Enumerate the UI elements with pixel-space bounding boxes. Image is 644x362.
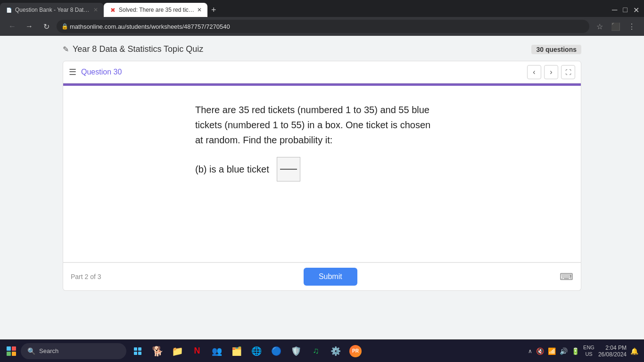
address-bar-wrap: 🔒	[57, 20, 589, 33]
tab-bar: 📄 Question Bank - Year 8 Data & ✕ ✖ Solv…	[0, 0, 644, 17]
extensions-icon[interactable]: ⬛	[609, 20, 622, 33]
tb-app-files[interactable]: 📁	[168, 342, 187, 361]
notification-icon[interactable]: 🔔	[630, 347, 638, 355]
network-icon[interactable]: 🔇	[536, 347, 544, 355]
windows-icon	[7, 346, 16, 356]
tab-favicon-2: ✖	[109, 7, 116, 13]
question-part: (b) is a blue ticket	[195, 157, 553, 181]
taskbar-apps: 🐕 📁 N 👥 🗂️ 🌐 🔵 🛡️ ♫ ⚙️ PR	[128, 342, 365, 361]
tb-app-avatar[interactable]: PR	[346, 342, 365, 361]
quiz-title-area: ✎ Year 8 Data & Statistics Topic Quiz	[63, 44, 203, 54]
question-body: There are 35 red tickets (numbered 1 to …	[63, 83, 581, 263]
address-bar-actions: ☆ ⬛ ⋮	[593, 20, 638, 33]
maximize-icon[interactable]: □	[623, 6, 627, 15]
reload-button[interactable]: ↻	[40, 20, 53, 33]
progress-bar	[63, 83, 581, 86]
part-info: Part 2 of 3	[71, 273, 101, 280]
tab-solved[interactable]: ✖ Solved: There are 35 red tickets ✕	[104, 3, 207, 17]
start-button[interactable]	[2, 342, 21, 361]
bottom-bar: Part 2 of 3 Submit ⌨	[63, 263, 581, 291]
forward-button[interactable]: →	[23, 20, 36, 33]
tb-app-chrome[interactable]: 🔵	[267, 342, 286, 361]
page-content: ✎ Year 8 Data & Statistics Topic Quiz 30…	[0, 36, 644, 339]
fraction-line	[280, 169, 297, 170]
tb-app-dog[interactable]: 🐕	[148, 342, 167, 361]
q-nav-right: ‹ › ⛶	[527, 65, 575, 79]
question-nav-bar: ☰ Question 30 ‹ › ⛶	[63, 61, 581, 83]
fraction-numerator[interactable]	[280, 158, 297, 168]
quiz-title: Year 8 Data & Statistics Topic Quiz	[73, 44, 203, 54]
wifi-icon[interactable]: 📶	[548, 347, 556, 355]
search-icon: 🔍	[27, 347, 35, 355]
tb-app-teams[interactable]: 👥	[207, 342, 226, 361]
tab-favicon-1: 📄	[6, 7, 12, 13]
question-count-number: 30	[536, 46, 544, 53]
tb-app-chrome2[interactable]: ⚙️	[326, 342, 345, 361]
menu-icon[interactable]: ⋮	[625, 20, 638, 33]
svg-rect-2	[134, 352, 137, 355]
tb-app-netflix[interactable]: N	[188, 342, 206, 361]
edit-icon: ✎	[63, 45, 69, 54]
taskbar: 🔍 Search 🐕 📁 N 👥 🗂️ 🌐 🔵 🛡️	[0, 339, 644, 362]
tb-app-spotify[interactable]: ♫	[306, 342, 325, 361]
language-indicator[interactable]: ENG US	[583, 345, 594, 357]
quiz-container: ✎ Year 8 Data & Statistics Topic Quiz 30…	[53, 36, 591, 296]
clock[interactable]: 2:04 PM 26/08/2024	[598, 345, 627, 358]
svg-rect-3	[138, 352, 141, 355]
tb-app-folder[interactable]: 🗂️	[227, 342, 246, 361]
back-button[interactable]: ←	[6, 20, 19, 33]
hamburger-icon[interactable]: ☰	[69, 67, 76, 77]
minimize-icon[interactable]: ─	[612, 6, 617, 15]
browser-chrome: 📄 Question Bank - Year 8 Data & ✕ ✖ Solv…	[0, 0, 644, 36]
battery-icon[interactable]: 🔋	[571, 347, 579, 355]
taskbar-right: ∧ 🔇 📶 🔊 🔋 ENG US 2:04 PM 26/08/2024 🔔	[528, 345, 642, 358]
clock-date: 26/08/2024	[598, 351, 627, 358]
keyboard-icon[interactable]: ⌨	[560, 271, 573, 282]
quiz-header: ✎ Year 8 Data & Statistics Topic Quiz 30…	[63, 41, 581, 58]
tab-title-1: Question Bank - Year 8 Data &	[15, 7, 91, 13]
fraction-denominator[interactable]	[280, 171, 297, 180]
question-label: Question 30	[81, 68, 122, 76]
questions-label: questions	[545, 46, 577, 53]
taskbar-search[interactable]: 🔍 Search	[21, 343, 126, 359]
clock-time: 2:04 PM	[598, 345, 627, 351]
q-nav-left: ☰ Question 30	[69, 67, 122, 77]
prev-question-button[interactable]: ‹	[527, 65, 541, 79]
tab-question-bank[interactable]: 📄 Question Bank - Year 8 Data & ✕	[0, 3, 104, 17]
taskview-button[interactable]	[128, 342, 147, 361]
fraction-input-box	[277, 157, 300, 181]
volume-icon[interactable]: 🔊	[560, 347, 568, 355]
lock-icon: 🔒	[61, 23, 68, 30]
close-icon[interactable]: ✕	[633, 6, 639, 15]
tab-close-2[interactable]: ✕	[197, 7, 202, 13]
new-tab-button[interactable]: +	[207, 5, 220, 15]
submit-button[interactable]: Submit	[304, 268, 357, 286]
svg-rect-1	[138, 347, 141, 351]
quiz-question-count: 30 questions	[531, 45, 581, 54]
question-text: There are 35 red tickets (numbered 1 to …	[195, 102, 440, 148]
tb-app-shield[interactable]: 🛡️	[287, 342, 305, 361]
search-text: Search	[39, 347, 58, 354]
svg-rect-0	[134, 347, 137, 351]
part-label: (b) is a blue ticket	[195, 164, 269, 175]
tab-close-1[interactable]: ✕	[93, 7, 98, 13]
address-bar-row: ← → ↻ 🔒 ☆ ⬛ ⋮	[0, 17, 644, 36]
address-input[interactable]	[57, 20, 589, 33]
tb-app-edge[interactable]: 🌐	[247, 342, 266, 361]
fullscreen-button[interactable]: ⛶	[561, 65, 575, 79]
tab-bar-icons: ─ □ ✕	[612, 6, 644, 15]
chevron-up-icon[interactable]: ∧	[528, 348, 532, 354]
bookmark-icon[interactable]: ☆	[593, 20, 606, 33]
next-question-button[interactable]: ›	[544, 65, 558, 79]
tab-title-2: Solved: There are 35 red tickets	[119, 7, 194, 13]
